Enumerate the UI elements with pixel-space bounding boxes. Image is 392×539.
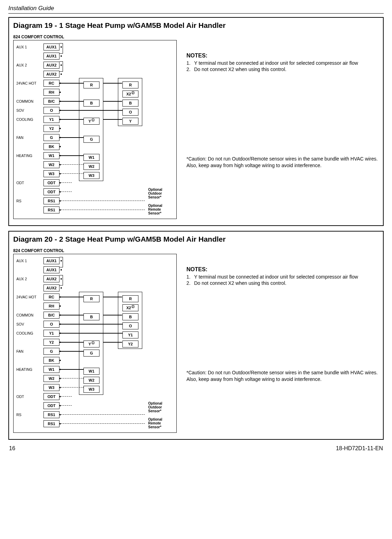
indoor-terminal: G xyxy=(83,350,99,357)
notes-header: NOTES: xyxy=(186,266,379,273)
remote-sensor-label: Optional Remote Sensor* xyxy=(148,417,162,429)
terminal: AUX2 xyxy=(43,62,59,69)
terminal: Y1 xyxy=(43,330,59,337)
page-header: Installation Guide xyxy=(8,5,384,14)
terminal: O xyxy=(43,107,59,114)
terminal: AUX2 xyxy=(43,275,59,282)
terminal: AUX2 xyxy=(43,284,59,291)
terminal: W3 xyxy=(43,384,59,391)
terminal-desc: AUX 2 xyxy=(16,277,43,281)
terminal-row: AUX2 xyxy=(16,70,174,79)
outdoor-terminal: X22 xyxy=(122,91,138,97)
terminal-desc: SOV xyxy=(16,108,43,112)
terminal-desc: ODT xyxy=(16,181,43,185)
outdoor-sensor-label: Optional Outdoor Sensor* xyxy=(148,188,162,199)
note-item: 1.Y terminal must be connected at indoor… xyxy=(186,60,379,66)
indoor-terminal: B xyxy=(83,100,99,107)
terminal: W3 xyxy=(43,170,59,177)
indoor-terminal: W2 xyxy=(83,377,99,384)
outdoor-terminal: O xyxy=(122,322,138,329)
terminal: RC xyxy=(43,80,59,87)
terminal-desc: HEATING xyxy=(16,154,43,158)
indoor-terminal: R xyxy=(83,295,99,302)
terminal-desc: COOLING xyxy=(16,331,43,335)
terminal: BK xyxy=(43,143,59,150)
outdoor-terminal: R xyxy=(122,81,138,88)
terminal: W2 xyxy=(43,161,59,168)
terminal: G xyxy=(43,348,59,355)
terminal-desc: ODT xyxy=(16,395,43,399)
terminal-row: AUX 2AUX2 xyxy=(16,274,174,283)
terminal: B/C xyxy=(43,98,59,105)
outdoor-unit: RX22BOY1Y2 xyxy=(118,292,142,349)
terminal: W1 xyxy=(43,152,59,159)
terminal-row: AUX1 xyxy=(16,52,174,61)
terminal: RH xyxy=(43,303,59,310)
outdoor-terminal: R xyxy=(122,295,138,302)
indoor-terminal: G xyxy=(83,136,99,143)
indoor-terminal: B xyxy=(83,313,99,320)
terminal: W1 xyxy=(43,366,59,373)
terminal: ODT xyxy=(43,393,59,400)
terminal: Y1 xyxy=(43,116,59,123)
terminal: RS1 xyxy=(43,420,59,427)
control-header: 824 COMFORT CONTROL xyxy=(13,34,177,39)
terminal-desc: SOV xyxy=(16,322,43,326)
indoor-terminal: W3 xyxy=(83,172,99,179)
outdoor-terminal: B xyxy=(122,100,138,107)
terminal: ODT xyxy=(43,188,59,195)
terminal-desc: 24VAC HOT xyxy=(16,295,43,299)
terminal-desc: COOLING xyxy=(16,117,43,122)
outdoor-terminal: B xyxy=(122,313,138,320)
terminal-desc: FAN xyxy=(16,135,43,140)
indoor-terminal: W1 xyxy=(83,368,99,375)
terminal-row: AUX2 xyxy=(16,283,174,292)
terminal: RH xyxy=(43,89,59,96)
indoor-unit: RBY1GW1W2W3 xyxy=(79,78,103,181)
note-item: 2.Do not connect X2 when using this cont… xyxy=(186,280,379,286)
note-item: 1.Y terminal must be connected at indoor… xyxy=(186,274,379,280)
terminal-desc: COMMON xyxy=(16,313,43,317)
outdoor-terminal: Y2 xyxy=(122,341,138,347)
terminal-row: AUX 1AUX1 xyxy=(16,256,174,265)
outdoor-terminal: Y1 xyxy=(122,331,138,338)
indoor-terminal: W3 xyxy=(83,386,99,393)
remote-sensor-label: Optional Remote Sensor* xyxy=(148,204,162,215)
terminal: W2 xyxy=(43,375,59,382)
doc-id: 18-HD72D1-11-EN xyxy=(336,445,383,452)
terminal: Y2 xyxy=(43,339,59,346)
outdoor-sensor-label: Optional Outdoor Sensor* xyxy=(148,401,162,413)
indoor-terminal: R xyxy=(83,81,99,88)
control-header: 824 COMFORT CONTROL xyxy=(13,248,177,253)
terminal: AUX1 xyxy=(43,44,59,50)
terminal: RS1 xyxy=(43,206,59,213)
terminal: AUX2 xyxy=(43,71,59,78)
terminal: AUX1 xyxy=(43,266,59,273)
outdoor-terminal: X22 xyxy=(122,304,138,311)
indoor-terminal: Y1 xyxy=(83,341,99,347)
terminal-row: AUX 1AUX1 xyxy=(16,42,174,52)
terminal-desc: FAN xyxy=(16,349,43,353)
indoor-terminal: W1 xyxy=(83,154,99,161)
terminal-desc: RS xyxy=(16,199,43,203)
terminal: B/C xyxy=(43,312,59,319)
section-title: Diagram 19 - 1 Stage Heat Pump w/GAM5B M… xyxy=(13,21,379,30)
terminal-desc: RS xyxy=(16,413,43,417)
terminal: O xyxy=(43,321,59,328)
indoor-terminal: Y1 xyxy=(83,118,99,125)
terminal-row: AUX1 xyxy=(16,265,174,274)
terminal-desc: AUX 2 xyxy=(16,63,43,67)
terminal-desc: HEATING xyxy=(16,367,43,372)
terminal-desc: AUX 1 xyxy=(16,259,43,263)
terminal: RS1 xyxy=(43,197,59,204)
terminal: Y2 xyxy=(43,125,59,132)
diagram-section: Diagram 20 - 2 Stage Heat Pump w/GAM5B M… xyxy=(8,231,384,440)
terminal-row: AUX 2AUX2 xyxy=(16,61,174,70)
terminal: G xyxy=(43,134,59,141)
terminal-desc: 24VAC HOT xyxy=(16,81,43,85)
terminal: BK xyxy=(43,357,59,364)
section-title: Diagram 20 - 2 Stage Heat Pump w/GAM5B M… xyxy=(13,235,379,243)
terminal-desc: COMMON xyxy=(16,99,43,103)
outdoor-terminal: Y xyxy=(122,118,138,125)
indoor-terminal: W2 xyxy=(83,163,99,170)
